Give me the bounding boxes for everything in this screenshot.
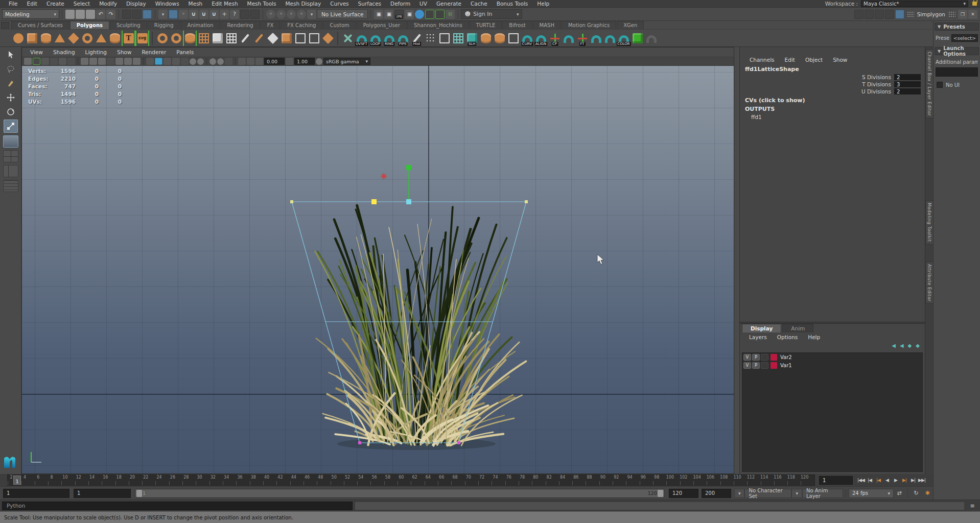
panel-drag-handle[interactable] [948, 11, 955, 17]
extrude-b-shelf-button[interactable] [493, 31, 506, 46]
menu-file[interactable]: File [4, 1, 22, 7]
bracket-frame-shelf-button[interactable] [307, 31, 321, 46]
xray-icon[interactable] [238, 58, 246, 65]
step-back-frame-button[interactable]: |◀ [866, 477, 874, 484]
soft-select-menu-icon[interactable] [158, 10, 168, 19]
channel-menu-edit[interactable]: Edit [780, 57, 800, 63]
curvature-shelf-button[interactable]: CURV [520, 31, 534, 46]
snap-to-point-icon[interactable] [199, 10, 208, 19]
viewport-canvas[interactable]: Verts:159600Edges:221000Faces:74700Tris:… [22, 66, 734, 473]
cvs-label[interactable]: CVs (click to show) [740, 95, 925, 104]
new-scene-icon[interactable] [65, 10, 75, 19]
spread-faces-shelf-button[interactable] [266, 31, 279, 46]
delete-components-shelf-button[interactable] [424, 31, 437, 46]
shaded-mode-icon[interactable] [155, 58, 162, 65]
layer-menu-options[interactable]: Options [772, 334, 803, 340]
hypershade-icon[interactable] [415, 10, 424, 19]
lattice-point-top-right[interactable] [525, 200, 528, 203]
grid-icon[interactable] [81, 58, 88, 65]
menu-deform[interactable]: Deform [386, 1, 415, 7]
shelf-tab-fx-caching[interactable]: FX Caching [281, 21, 322, 29]
menu-mesh-tools[interactable]: Mesh Tools [243, 1, 281, 7]
menu-create[interactable]: Create [42, 1, 69, 7]
step-forward-key-button[interactable]: ▶| [900, 477, 908, 484]
close-panel-icon[interactable] [968, 10, 977, 19]
svg-tool-shelf-button[interactable]: svg [135, 31, 149, 46]
gate-mask-icon[interactable] [107, 58, 114, 65]
bookmark-icon[interactable] [41, 58, 49, 65]
use-all-lights-icon[interactable] [172, 58, 180, 65]
curve-hook-shelf-button[interactable] [644, 31, 658, 46]
bevel-shelf-button[interactable] [279, 31, 293, 46]
pause-viewport-icon[interactable] [446, 10, 455, 19]
anti-aliasing-icon[interactable] [209, 58, 216, 65]
save-scene-icon[interactable] [86, 10, 95, 19]
side-tab-attribute-editor[interactable]: Attribute Editor [925, 262, 934, 304]
step-forward-frame-button[interactable]: ▶| [909, 477, 917, 484]
menu-mesh-display[interactable]: Mesh Display [281, 1, 325, 7]
menu-mesh[interactable]: Mesh [184, 1, 207, 7]
visibility-toggle[interactable]: V [743, 354, 751, 361]
current-frame-marker[interactable]: 1 [13, 476, 21, 485]
animation-preferences-icon[interactable] [922, 489, 933, 498]
layer-row[interactable]: VPVar2 [742, 353, 922, 361]
shelf-tab-custom[interactable]: Custom [323, 21, 356, 29]
animation-end-field[interactable]: 200 [702, 489, 731, 498]
xray-joints-icon[interactable] [247, 58, 254, 65]
attribute-value-field[interactable]: 2 [894, 74, 921, 80]
range-slider[interactable]: 1 120 [135, 489, 665, 498]
toggle-graph-editor-icon[interactable] [865, 10, 874, 19]
menu-help[interactable]: Help [532, 1, 554, 7]
channel-menu-object[interactable]: Object [801, 57, 827, 63]
launch-options-section-header[interactable]: ▼ Launch Options [935, 47, 979, 55]
layout-two-pane-button[interactable] [3, 165, 18, 177]
shelf-tab-polygons[interactable]: Polygons [70, 21, 109, 29]
checker-window-shelf-button[interactable] [451, 31, 465, 46]
toggle-modeling-toolkit-icon[interactable] [895, 10, 904, 19]
menu-bonus-tools[interactable]: Bonus Tools [492, 1, 533, 7]
shelf-tab-rigging[interactable]: Rigging [148, 21, 180, 29]
snap-to-projected-center-icon[interactable] [209, 10, 219, 19]
playback-toggle[interactable]: P [752, 362, 760, 369]
command-output[interactable] [355, 502, 965, 510]
viewport-menu-panels[interactable]: Panels [171, 49, 199, 55]
toggle-channel-box-icon[interactable] [875, 10, 884, 19]
mirror-shelf-button[interactable] [183, 31, 197, 46]
smooth-shelf-button[interactable] [211, 31, 224, 46]
symmetry-toggle-icon[interactable] [169, 10, 178, 19]
construction-history-icon[interactable] [297, 10, 306, 19]
gamma-icon[interactable] [286, 58, 293, 65]
script-editor-icon[interactable] [967, 501, 978, 510]
marquee-frame-shelf-button[interactable] [293, 31, 307, 46]
redo-icon[interactable] [106, 10, 115, 19]
scale-x-handle[interactable] [371, 199, 377, 204]
move-tool[interactable] [4, 91, 18, 104]
menu-edit-mesh[interactable]: Edit Mesh [207, 1, 242, 7]
half-diamond-shelf-button[interactable] [321, 31, 335, 46]
arch-tool-shelf-button[interactable] [562, 31, 575, 46]
snap-to-view-plane-icon[interactable] [220, 10, 229, 19]
textured-view-icon[interactable] [425, 10, 434, 19]
layer-menu-help[interactable]: Help [803, 334, 825, 340]
shelf-tab-curves-surfaces[interactable]: Curves / Surfaces [11, 21, 69, 29]
viewport-menu-shading[interactable]: Shading [48, 49, 80, 55]
playback-start-field[interactable]: 1 [74, 489, 131, 498]
display-type-toggle[interactable] [761, 362, 768, 369]
character-set-menu-icon[interactable] [734, 489, 745, 498]
step-back-key-button[interactable]: |◀ [874, 477, 882, 484]
field-chart-icon[interactable] [115, 58, 123, 65]
fps-select[interactable]: 24 fps [849, 489, 894, 498]
open-render-view-icon[interactable] [384, 10, 393, 19]
poly-text-shelf-button[interactable]: T [122, 31, 135, 46]
poly-cylinder-shelf-button[interactable] [39, 31, 53, 46]
menu-display[interactable]: Display [122, 1, 151, 7]
poly-torus-shelf-button[interactable] [80, 31, 94, 46]
scale-center-handle[interactable] [406, 199, 411, 204]
history-menu-icon[interactable] [307, 10, 316, 19]
display-type-toggle[interactable] [761, 354, 768, 361]
command-language-toggle[interactable]: Python [3, 503, 29, 509]
undo-icon[interactable] [96, 10, 105, 19]
attribute-value-field[interactable]: 3 [894, 81, 921, 87]
playback-toggle[interactable]: P [752, 354, 760, 361]
input-connections-icon[interactable] [276, 10, 286, 19]
